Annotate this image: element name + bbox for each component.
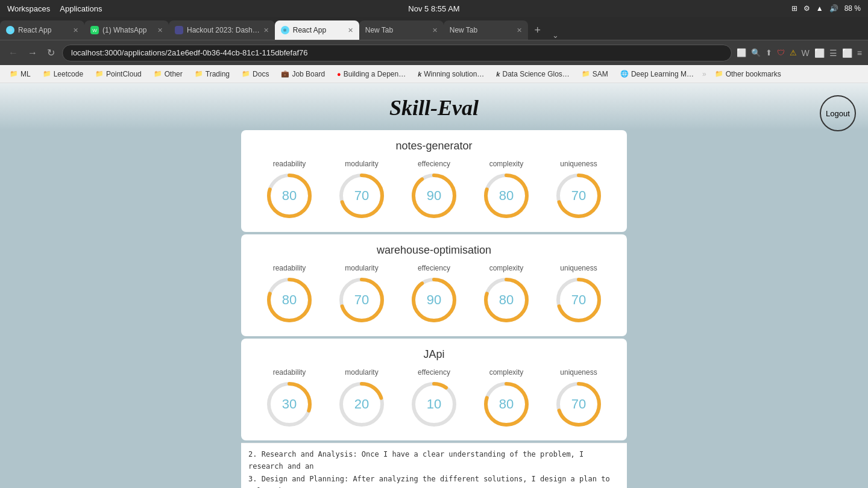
browser-chrome: ⚛ React App ✕ W (1) WhatsApp ✕ Hackout 2… bbox=[0, 17, 868, 83]
audio-icon: 🔊 bbox=[829, 4, 838, 13]
more-icon[interactable]: ≡ bbox=[857, 48, 862, 58]
back-button[interactable]: ← bbox=[6, 45, 20, 61]
bookmark-label-other: Other bbox=[165, 70, 183, 78]
circle-value: 20 bbox=[338, 380, 386, 428]
tab-hackout[interactable]: Hackout 2023: Dash… ✕ bbox=[169, 20, 275, 40]
tab-close-hackout[interactable]: ✕ bbox=[263, 27, 269, 34]
settings-icon[interactable]: ⚙ bbox=[804, 4, 810, 13]
metric-label-complexity: complexity bbox=[489, 264, 524, 272]
metric-uniqueness: uniqueness 70 bbox=[555, 368, 603, 428]
bookmark-sam[interactable]: 📁 SAM bbox=[577, 69, 613, 80]
bookmark-other[interactable]: 📁 Other bbox=[149, 69, 187, 80]
circle-progress: 70 bbox=[338, 276, 386, 324]
circle-progress: 80 bbox=[265, 172, 313, 220]
bookmark-building[interactable]: ● Building a Depen… bbox=[332, 69, 410, 80]
tab-whatsapp[interactable]: W (1) WhatsApp ✕ bbox=[84, 20, 169, 40]
metric-effeciency: effeciency 90 bbox=[410, 264, 458, 324]
bookmark-deeplearning[interactable]: 🌐 Deep Learning M… bbox=[615, 69, 699, 80]
metrics-row-japi: readability 30 modularity 20 effeciency … bbox=[253, 368, 615, 428]
circle-value: 70 bbox=[338, 276, 386, 324]
tab-label-wa: (1) WhatsApp bbox=[102, 26, 154, 34]
metric-label-readability: readability bbox=[273, 368, 306, 377]
bookmark-icon-leetcode: 📁 bbox=[43, 70, 51, 78]
bookmark-pointcloud[interactable]: 📁 PointCloud bbox=[90, 69, 146, 80]
skill-card-notes-generator: notes-generatorreadability 80 modularity… bbox=[241, 130, 627, 232]
tab-newtab-2[interactable]: New Tab ✕ bbox=[444, 20, 528, 40]
new-tab-button[interactable]: + bbox=[528, 20, 547, 40]
tab-close-newtab-1[interactable]: ✕ bbox=[432, 27, 438, 34]
bookmark-icon-sam: 📁 bbox=[582, 70, 590, 78]
bookmark-datasci[interactable]: k Data Science Glos… bbox=[491, 69, 574, 80]
sidebar-toggle-icon[interactable]: ⬜ bbox=[842, 48, 852, 58]
os-datetime: Nov 5 8:55 AM bbox=[408, 4, 459, 13]
skill-title-warehouse-optimisation: warehouse-optimisation bbox=[253, 244, 615, 257]
circle-progress: 80 bbox=[482, 172, 530, 220]
address-bar: ← → ↻ localhost:3000/applications/2a1e6e… bbox=[0, 40, 868, 65]
metric-readability: readability 30 bbox=[265, 368, 313, 428]
bookmark-label-leetcode: Leetcode bbox=[54, 70, 83, 78]
circle-progress: 20 bbox=[338, 380, 386, 428]
conversation-area: 2. Research and Analysis: Once I have a … bbox=[241, 443, 627, 488]
metric-label-effeciency: effeciency bbox=[418, 160, 450, 168]
bookmarks-bar: 📁 ML 📁 Leetcode 📁 PointCloud 📁 Other 📁 T… bbox=[0, 65, 868, 83]
metric-modularity: modularity 20 bbox=[338, 368, 386, 428]
bookmark-label-docs: Docs bbox=[253, 70, 269, 78]
metric-label-complexity: complexity bbox=[489, 160, 524, 168]
bookmark-label-jobboard: Job Board bbox=[292, 70, 325, 78]
extension-icon-3[interactable]: ☰ bbox=[829, 48, 837, 58]
os-bar-left: Workspaces Applications bbox=[7, 4, 102, 13]
metric-label-readability: readability bbox=[273, 160, 306, 168]
metric-modularity: modularity 70 bbox=[338, 160, 386, 220]
warning-icon: ⚠ bbox=[790, 48, 797, 57]
skill-card-warehouse-optimisation: warehouse-optimisationreadability 80 mod… bbox=[241, 234, 627, 336]
bookmark-label-building: Building a Depen… bbox=[344, 70, 406, 78]
bookmark-icon-jobboard: 💼 bbox=[281, 70, 289, 78]
forward-button[interactable]: → bbox=[25, 45, 40, 61]
circle-value: 80 bbox=[482, 276, 530, 324]
circle-progress: 70 bbox=[338, 172, 386, 220]
workspaces-label[interactable]: Workspaces bbox=[7, 4, 50, 13]
address-input[interactable]: localhost:3000/applications/2a1e6edf-0b3… bbox=[62, 45, 732, 61]
circle-value: 80 bbox=[265, 276, 313, 324]
bookmark-jobboard[interactable]: 💼 Job Board bbox=[276, 69, 330, 80]
bookmark-trading[interactable]: 📁 Trading bbox=[190, 69, 234, 80]
zoom-icon[interactable]: 🔍 bbox=[751, 48, 761, 57]
browser-action-icons: W ⬜ ☰ ⬜ ≡ bbox=[802, 48, 862, 58]
extension-icon-2[interactable]: ⬜ bbox=[814, 48, 825, 58]
address-icons: ⬜ 🔍 ⬆ 🛡 ⚠ bbox=[737, 48, 797, 57]
tab-close-newtab-2[interactable]: ✕ bbox=[517, 27, 522, 34]
bookmark-leetcode[interactable]: 📁 Leetcode bbox=[38, 69, 88, 80]
tab-react-2[interactable]: ⚛ React App ✕ bbox=[275, 20, 359, 40]
tab-react-1[interactable]: ⚛ React App ✕ bbox=[0, 20, 84, 40]
tab-close-react-2[interactable]: ✕ bbox=[348, 27, 353, 34]
bookmark-ml[interactable]: 📁 ML bbox=[5, 69, 36, 80]
share-icon[interactable]: ⬆ bbox=[766, 48, 772, 57]
bookmark-docs[interactable]: 📁 Docs bbox=[237, 69, 274, 80]
tab-favicon-react-1: ⚛ bbox=[6, 26, 14, 34]
bookmark-icon-building: ● bbox=[337, 70, 341, 78]
bookmark-winning[interactable]: k Winning solution… bbox=[413, 69, 489, 80]
circle-value: 90 bbox=[410, 172, 458, 220]
circle-progress: 70 bbox=[555, 276, 603, 324]
logout-button[interactable]: Logout bbox=[820, 95, 856, 131]
reload-button[interactable]: ↻ bbox=[45, 45, 57, 61]
bookmark-icon-docs: 📁 bbox=[242, 70, 250, 78]
bookmark-otherbookmarks[interactable]: 📁 Other bookmarks bbox=[710, 69, 786, 80]
extension-icon-1[interactable]: W bbox=[802, 48, 810, 58]
circle-progress: 90 bbox=[410, 276, 458, 324]
tab-label-react-2: React App bbox=[293, 26, 344, 34]
bookmark-label-deeplearning: Deep Learning M… bbox=[631, 70, 694, 78]
tab-close-react-1[interactable]: ✕ bbox=[73, 27, 78, 34]
metric-label-uniqueness: uniqueness bbox=[560, 160, 597, 168]
tab-overflow-button[interactable]: ⌄ bbox=[547, 31, 564, 40]
metric-label-modularity: modularity bbox=[345, 160, 378, 168]
tab-newtab-1[interactable]: New Tab ✕ bbox=[359, 20, 444, 40]
bookmarks-overflow: » bbox=[701, 70, 708, 78]
circle-value: 70 bbox=[555, 380, 603, 428]
tab-close-wa[interactable]: ✕ bbox=[157, 27, 163, 34]
bookmark-label-pointcloud: PointCloud bbox=[106, 70, 142, 78]
tab-label-newtab-2: New Tab bbox=[450, 26, 513, 34]
metric-readability: readability 80 bbox=[265, 264, 313, 324]
applications-label[interactable]: Applications bbox=[60, 4, 102, 13]
conversation-line: 3. Design and Planning: After analyzing … bbox=[248, 473, 620, 488]
